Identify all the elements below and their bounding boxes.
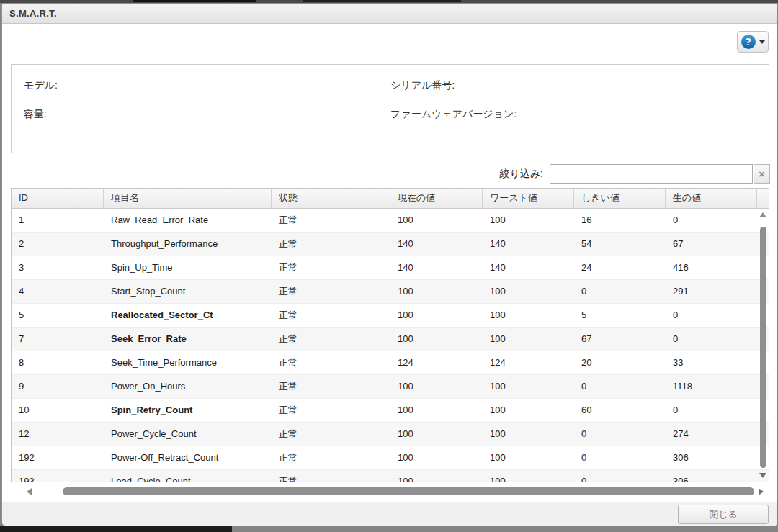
table-row[interactable]: 12Power_Cycle_Count正常1001000274 [12, 423, 769, 446]
scroll-left-arrow-icon[interactable] [27, 488, 32, 495]
scroll-up-arrow-icon[interactable] [759, 212, 766, 217]
vertical-scrollbar-thumb[interactable] [760, 227, 766, 468]
table-row[interactable]: 193Load_Cycle_Count正常1001000306 [12, 470, 769, 482]
column-header-0[interactable]: ID [12, 189, 104, 208]
cell-worst-value: 124 [483, 351, 574, 374]
smart-attributes-table: ID項目名状態現在の値ワースト値しきい値生の値 1Raw_Read_Error_… [11, 188, 769, 482]
background-page-strip [0, 526, 232, 532]
filter-clear-button[interactable]: × [754, 164, 770, 184]
cell-threshold: 20 [574, 351, 666, 374]
background-fragment [133, 0, 256, 2]
cell-status: 正常 [272, 399, 390, 422]
cell-worst-value: 100 [483, 470, 574, 482]
table-row[interactable]: 4Start_Stop_Count正常1001000291 [12, 280, 769, 304]
dialog-footer: 閉じる [2, 502, 777, 526]
table-row[interactable]: 1Raw_Read_Error_Rate正常100100160 [12, 209, 769, 233]
cell-raw-value: 274 [666, 423, 757, 446]
cell-name: Load_Cycle_Count [104, 470, 272, 482]
table-row[interactable]: 9Power_On_Hours正常10010001118 [12, 375, 769, 399]
cell-status: 正常 [272, 423, 390, 446]
firmware-version-label: ファームウェアバージョン: [390, 108, 517, 121]
cell-threshold: 0 [574, 375, 666, 398]
cell-id: 7 [12, 328, 104, 351]
cell-threshold: 0 [574, 423, 666, 446]
cell-name: Seek_Time_Performance [104, 351, 272, 374]
close-icon: × [759, 168, 765, 180]
column-header-4[interactable]: ワースト値 [483, 189, 574, 208]
cell-status: 正常 [272, 280, 390, 303]
column-header-6[interactable]: 生の値 [666, 189, 757, 208]
cell-status: 正常 [272, 209, 390, 232]
table-row[interactable]: 10Spin_Retry_Count正常100100600 [12, 399, 769, 423]
cell-threshold: 0 [574, 446, 666, 469]
cell-worst-value: 100 [483, 328, 574, 351]
cell-worst-value: 100 [483, 423, 574, 446]
filter-input[interactable] [550, 164, 753, 184]
cell-raw-value: 291 [666, 280, 757, 303]
cell-raw-value: 0 [666, 399, 757, 422]
cell-name: Reallocated_Sector_Ct [104, 304, 272, 327]
vertical-scrollbar[interactable] [758, 209, 769, 482]
table-row[interactable]: 8Seek_Time_Performance正常1241242033 [12, 351, 769, 375]
cell-worst-value: 140 [483, 233, 574, 256]
table-header-row: ID項目名状態現在の値ワースト値しきい値生の値 [12, 189, 769, 209]
cell-threshold: 54 [574, 233, 666, 256]
scroll-right-arrow-icon[interactable] [759, 488, 764, 495]
cell-threshold: 67 [574, 328, 666, 351]
cell-raw-value: 0 [666, 304, 757, 327]
chevron-down-icon [759, 40, 765, 44]
cell-status: 正常 [272, 256, 390, 279]
close-button[interactable]: 閉じる [678, 505, 769, 524]
cell-current-value: 100 [390, 446, 483, 469]
table-row[interactable]: 5Reallocated_Sector_Ct正常10010050 [12, 304, 769, 328]
serial-number-label: シリアル番号: [390, 79, 455, 92]
cell-name: Power-Off_Retract_Count [104, 446, 272, 469]
table-row[interactable]: 192Power-Off_Retract_Count正常1001000306 [12, 446, 769, 470]
cell-status: 正常 [272, 351, 390, 374]
cell-name: Power_Cycle_Count [104, 423, 272, 446]
cell-id: 10 [12, 399, 104, 422]
cell-current-value: 140 [390, 233, 483, 256]
cell-current-value: 100 [390, 280, 483, 303]
cell-status: 正常 [272, 233, 390, 256]
horizontal-scrollbar-thumb[interactable] [63, 487, 754, 495]
model-label: モデル: [24, 79, 58, 92]
cell-threshold: 16 [574, 209, 666, 232]
column-header-5[interactable]: しきい値 [574, 189, 666, 208]
cell-raw-value: 67 [666, 233, 757, 256]
cell-id: 5 [12, 304, 104, 327]
cell-current-value: 124 [390, 351, 483, 374]
horizontal-scrollbar[interactable] [11, 485, 769, 498]
drive-info-panel: モデル: シリアル番号: 容量: ファームウェアバージョン: [11, 64, 769, 153]
background-fragment [303, 0, 461, 2]
cell-worst-value: 100 [483, 375, 574, 398]
column-header-3[interactable]: 現在の値 [390, 189, 483, 208]
scroll-down-arrow-icon[interactable] [759, 473, 766, 478]
cell-worst-value: 100 [483, 304, 574, 327]
cell-worst-value: 100 [483, 209, 574, 232]
cell-name: Seek_Error_Rate [104, 328, 272, 351]
table-row[interactable]: 3Spin_Up_Time正常14014024416 [12, 256, 769, 280]
cell-name: Power_On_Hours [104, 375, 272, 398]
cell-worst-value: 140 [483, 256, 574, 279]
cell-status: 正常 [272, 470, 390, 482]
cell-raw-value: 0 [666, 209, 757, 232]
cell-id: 3 [12, 256, 104, 279]
column-header-1[interactable]: 項目名 [104, 189, 272, 208]
cell-id: 193 [12, 470, 104, 482]
help-button[interactable]: ? [737, 31, 769, 53]
table-body: 1Raw_Read_Error_Rate正常1001001602Throughp… [12, 209, 769, 482]
table-row[interactable]: 2Throughput_Performance正常1401405467 [12, 233, 769, 256]
filter-label: 絞り込み: [499, 168, 543, 181]
cell-current-value: 100 [390, 470, 483, 482]
cell-raw-value: 416 [666, 256, 757, 279]
cell-current-value: 100 [390, 375, 483, 398]
table-row[interactable]: 7Seek_Error_Rate正常100100670 [12, 328, 769, 351]
cell-current-value: 140 [390, 256, 483, 279]
column-header-2[interactable]: 状態 [272, 189, 390, 208]
help-icon: ? [741, 35, 756, 49]
dialog-titlebar: S.M.A.R.T. [2, 4, 777, 24]
cell-name: Throughput_Performance [104, 233, 272, 256]
cell-status: 正常 [272, 304, 390, 327]
cell-name: Raw_Read_Error_Rate [104, 209, 272, 232]
